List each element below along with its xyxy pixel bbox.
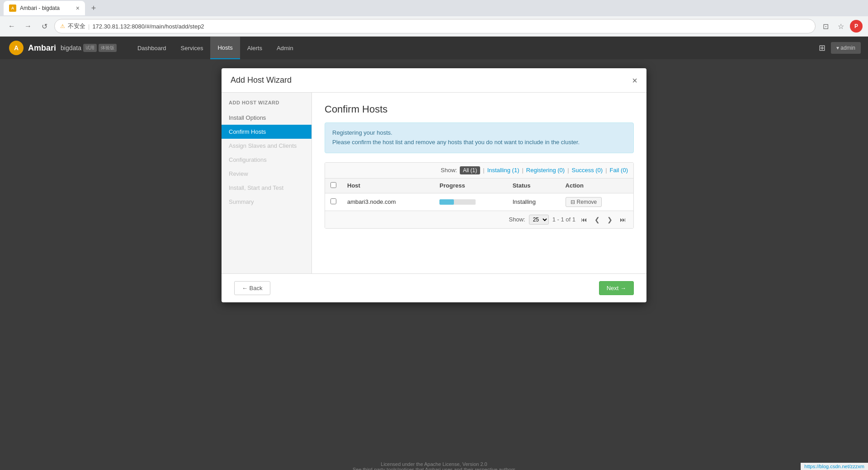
brand-name: Ambari <box>28 43 56 53</box>
status-cell: Installing <box>507 193 560 211</box>
hosts-table: Host Progress Status Action <box>325 179 633 211</box>
profile-avatar[interactable]: P <box>850 20 863 33</box>
prev-page-button[interactable]: ❮ <box>593 215 602 224</box>
table-toolbar: Show: All (1) | Installing (1) | Registe… <box>325 163 633 179</box>
page-footer: Licensed under the Apache License, Versi… <box>0 452 868 470</box>
admin-menu-button[interactable]: ▾ admin <box>831 42 861 54</box>
modal-body: ADD HOST WIZARD Install Options Confirm … <box>222 93 646 273</box>
lock-icon: ⚠ <box>60 23 65 29</box>
new-tab-button[interactable]: + <box>87 1 100 15</box>
tab-favicon: A <box>9 5 16 12</box>
back-button[interactable]: ← Back <box>234 281 270 295</box>
wizard-step-configurations: Configurations <box>222 153 311 167</box>
filter-registering[interactable]: Registering (0) <box>526 167 565 174</box>
wizard-step-install-options[interactable]: Install Options <box>222 111 311 125</box>
progress-cell <box>434 193 507 211</box>
table-header-row: Host Progress Status Action <box>325 179 633 193</box>
browser-tabs: A Ambari - bigdata × + <box>0 0 868 16</box>
nav-link-hosts[interactable]: Hosts <box>210 37 240 59</box>
filter-sep-3: | <box>567 167 569 174</box>
filter-sep-4: | <box>605 167 607 174</box>
tab-title: Ambari - bigdata <box>20 5 60 11</box>
wizard-sidebar-title: ADD HOST WIZARD <box>222 100 311 111</box>
cluster-name: bigdata <box>61 44 81 52</box>
page-content: Add Host Wizard × ADD HOST WIZARD Instal… <box>0 59 868 452</box>
next-button[interactable]: Next → <box>599 281 634 295</box>
per-page-select[interactable]: 25 10 50 <box>529 215 549 225</box>
info-line-1: Registering your hosts. <box>332 128 626 138</box>
nav-link-admin[interactable]: Admin <box>269 37 301 59</box>
footer-third-party: See third-party tools/notices that Ambar… <box>9 467 859 470</box>
col-checkbox <box>325 179 342 193</box>
nav-link-alerts[interactable]: Alerts <box>240 37 269 59</box>
remove-label: Remove <box>577 199 597 205</box>
wizard-main-title: Confirm Hosts <box>325 103 634 115</box>
browser-tab[interactable]: A Ambari - bigdata × <box>4 1 85 15</box>
address-bar[interactable]: ⚠ 不安全 | 172.30.81.132:8080/#/main/host/a… <box>54 19 816 33</box>
host-name-cell: ambari3.node.com <box>342 193 434 211</box>
modal-title: Add Host Wizard <box>231 75 292 85</box>
wizard-sidebar: ADD HOST WIZARD Install Options Confirm … <box>222 93 312 273</box>
cluster-badge-1: 试用 <box>83 44 97 52</box>
table-footer: Show: 25 10 50 1 - 1 of 1 ⏮ ❮ ❯ ⏭ <box>325 211 633 228</box>
modal-close-button[interactable]: × <box>632 76 637 85</box>
nav-links: Dashboard Services Hosts Alerts Admin <box>130 37 301 59</box>
tab-close-button[interactable]: × <box>76 5 80 12</box>
status-bar-url: https://blog.csdn.net/zzzxm <box>801 463 868 470</box>
col-host: Host <box>342 179 434 193</box>
cast-icon[interactable]: ⊡ <box>819 20 832 33</box>
nav-link-services[interactable]: Services <box>174 37 211 59</box>
url-full: 172.30.81.132:8080/#/main/host/add/step2 <box>92 23 204 30</box>
filter-sep-2: | <box>522 167 523 174</box>
progress-bar-container <box>439 199 476 205</box>
col-progress: Progress <box>434 179 507 193</box>
url-separator: | <box>88 23 90 30</box>
brand-logo: A <box>9 41 24 55</box>
modal-footer: ← Back Next → <box>222 273 646 302</box>
last-page-button[interactable]: ⏭ <box>618 215 628 224</box>
footer-show-label: Show: <box>509 216 525 223</box>
row-checkbox[interactable] <box>330 198 336 204</box>
refresh-button[interactable]: ↺ <box>38 20 51 33</box>
add-host-wizard-modal: Add Host Wizard × ADD HOST WIZARD Instal… <box>222 68 646 302</box>
nav-right: ⊞ ▾ admin <box>815 39 868 56</box>
show-label: Show: <box>441 167 457 174</box>
col-action: Action <box>560 179 633 193</box>
cluster-badge-2: 体验版 <box>99 44 117 52</box>
wizard-main-panel: Confirm Hosts Registering your hosts. Pl… <box>312 93 646 273</box>
url-text: 不安全 <box>68 22 85 30</box>
row-checkbox-cell <box>325 193 342 211</box>
modal-header: Add Host Wizard × <box>222 68 646 93</box>
toolbar-right: ⊡ ☆ P <box>819 20 863 33</box>
next-page-button[interactable]: ❯ <box>605 215 614 224</box>
app-brand: A Ambari <box>9 41 56 55</box>
action-cell: ⊟ Remove <box>560 193 633 211</box>
first-page-button[interactable]: ⏮ <box>579 215 589 224</box>
forward-button[interactable]: → <box>22 20 34 33</box>
col-status: Status <box>507 179 560 193</box>
remove-icon: ⊟ <box>571 199 575 205</box>
wizard-step-assign-slaves: Assign Slaves and Clients <box>222 139 311 153</box>
back-button[interactable]: ← <box>5 20 18 33</box>
filter-sep-1: | <box>483 167 484 174</box>
info-line-2: Please confirm the host list and remove … <box>332 138 626 147</box>
info-box: Registering your hosts. Please confirm t… <box>325 122 634 153</box>
page-info: 1 - 1 of 1 <box>552 216 576 223</box>
filter-all-badge[interactable]: All (1) <box>460 166 480 174</box>
hosts-table-container: Show: All (1) | Installing (1) | Registe… <box>325 162 634 229</box>
bookmark-icon[interactable]: ☆ <box>835 20 847 33</box>
wizard-step-install-start-test: Install, Start and Test <box>222 181 311 195</box>
remove-button[interactable]: ⊟ Remove <box>566 197 602 207</box>
nav-link-dashboard[interactable]: Dashboard <box>130 37 174 59</box>
filter-success[interactable]: Success (0) <box>572 167 603 174</box>
filter-fail[interactable]: Fail (0) <box>610 167 628 174</box>
footer-license: Licensed under the Apache License, Versi… <box>9 461 859 467</box>
filter-installing[interactable]: Installing (1) <box>487 167 519 174</box>
wizard-step-confirm-hosts[interactable]: Confirm Hosts <box>222 125 311 139</box>
table-row: ambari3.node.com Installing ⊟ <box>325 193 633 211</box>
select-all-checkbox[interactable] <box>330 182 336 188</box>
browser-toolbar: ← → ↺ ⚠ 不安全 | 172.30.81.132:8080/#/main/… <box>0 16 868 36</box>
wizard-step-review: Review <box>222 167 311 181</box>
app-nav: A Ambari bigdata 试用 体验版 Dashboard Servic… <box>0 37 868 59</box>
grid-icon[interactable]: ⊞ <box>815 39 829 56</box>
